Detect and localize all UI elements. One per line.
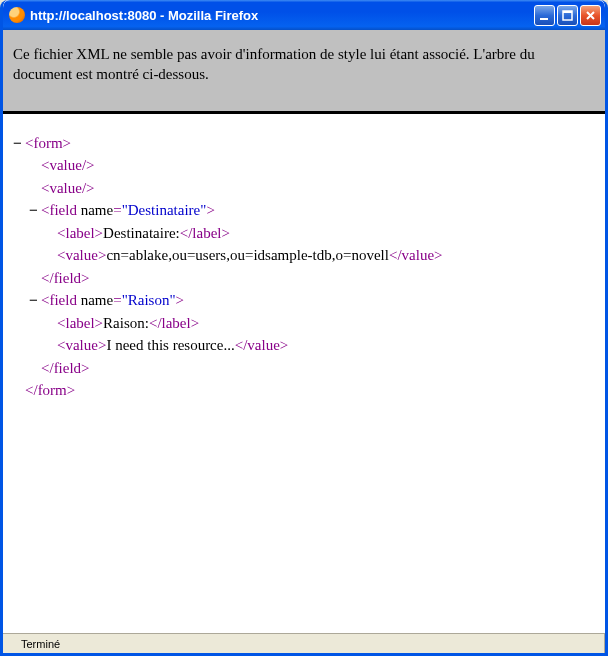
tag-selfclose: <value/> [41, 157, 95, 173]
tag-selfclose: <value/> [41, 180, 95, 196]
maximize-button[interactable] [557, 5, 578, 26]
tag-close: </label> [149, 315, 199, 331]
collapse-toggle[interactable]: − [29, 199, 38, 222]
tag-open: <form> [25, 135, 71, 151]
attr-name: name [81, 202, 113, 218]
svg-rect-0 [540, 18, 548, 20]
text-content: cn=ablake,ou=users,ou=idsample-tdb,o=nov… [106, 247, 389, 263]
xml-node: <value>cn=ablake,ou=users,ou=idsample-td… [57, 244, 599, 267]
xml-node: − <field name="Destinataire"> <label>Des… [41, 199, 599, 289]
tag-close: </label> [180, 225, 230, 241]
status-text: Terminé [3, 634, 605, 653]
browser-window: http://localhost:8080 - Mozilla Firefox … [0, 0, 608, 656]
attr-value: "Destinataire" [122, 202, 207, 218]
tag-close: </field> [41, 360, 90, 376]
text-content: Destinataire: [103, 225, 180, 241]
text-content: I need this resource... [106, 337, 234, 353]
tag-open: <label> [57, 315, 103, 331]
minimize-button[interactable] [534, 5, 555, 26]
xml-style-notice: Ce fichier XML ne semble pas avoir d'inf… [3, 30, 605, 114]
text-content: Raison: [103, 315, 149, 331]
tag-open: <value> [57, 247, 106, 263]
tag-close: </form> [25, 382, 75, 398]
xml-node: − <field name="Raison"> <label>Raison:</… [41, 289, 599, 379]
xml-node: <label>Destinataire:</label> [57, 222, 599, 245]
attr-value: "Raison" [122, 292, 176, 308]
titlebar[interactable]: http://localhost:8080 - Mozilla Firefox [3, 0, 605, 30]
xml-node: <value/> [41, 177, 599, 200]
attr-name: name [81, 292, 113, 308]
xml-tree-viewer: − <form> <value/> <value/> − <field name… [3, 114, 605, 634]
xml-root-node: − <form> <value/> <value/> − <field name… [25, 132, 599, 402]
close-button[interactable] [580, 5, 601, 26]
tag-close: </value> [235, 337, 289, 353]
tag-open-part: <field [41, 292, 81, 308]
tag-open: <value> [57, 337, 106, 353]
firefox-icon [9, 7, 25, 23]
collapse-toggle[interactable]: − [13, 132, 22, 155]
tag-close: </field> [41, 270, 90, 286]
statusbar: Terminé [3, 633, 605, 653]
tag-close: </value> [389, 247, 443, 263]
tag-open-part: <field [41, 202, 81, 218]
xml-node: <value>I need this resource...</value> [57, 334, 599, 357]
window-controls [534, 5, 601, 26]
collapse-toggle[interactable]: − [29, 289, 38, 312]
window-title: http://localhost:8080 - Mozilla Firefox [30, 8, 534, 23]
svg-rect-2 [563, 11, 572, 13]
xml-node: <label>Raison:</label> [57, 312, 599, 335]
tag-open-end: > [206, 202, 214, 218]
tag-open: <label> [57, 225, 103, 241]
xml-node: <value/> [41, 154, 599, 177]
tag-open-end: > [176, 292, 184, 308]
